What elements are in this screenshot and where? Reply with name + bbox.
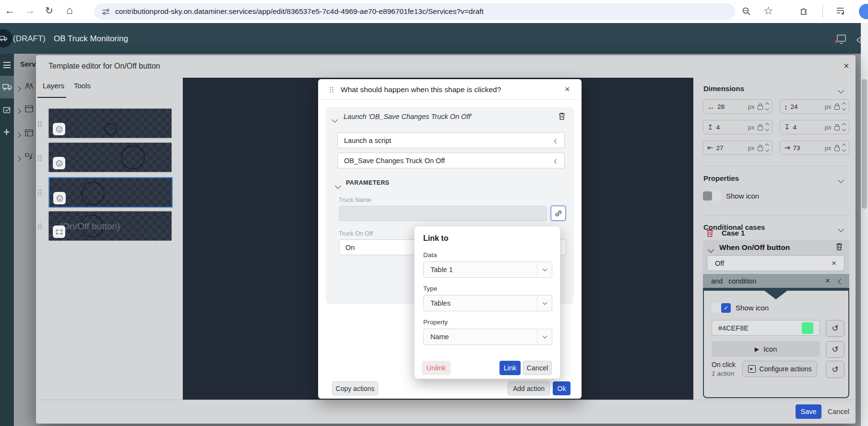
layer-row[interactable] <box>48 108 172 138</box>
color-value[interactable]: #4CEF8E <box>718 324 749 332</box>
dimension-field-offset-left[interactable]: ⇤ 27 px <box>703 141 773 155</box>
dimension-field-height[interactable]: ↕ 24 px <box>780 99 849 114</box>
automation-script-icon[interactable] <box>25 153 34 161</box>
rail-item-tasks[interactable] <box>3 106 12 115</box>
reset-icon-button[interactable]: ↺ <box>826 341 844 358</box>
forward-icon[interactable]: → <box>25 5 35 16</box>
ok-button[interactable]: Ok <box>553 381 571 395</box>
dialog-drag-handle[interactable] <box>329 86 334 93</box>
tab-tools[interactable]: Tools <box>74 82 91 90</box>
dimension-value[interactable]: 27 <box>716 144 725 152</box>
drag-handle[interactable] <box>37 120 42 127</box>
dimension-value[interactable]: 73 <box>793 144 802 152</box>
group-collapse[interactable] <box>333 115 337 124</box>
page-scrollbar[interactable] <box>861 23 868 426</box>
people-group-icon[interactable] <box>24 83 34 90</box>
table-icon[interactable] <box>25 129 33 137</box>
save-button[interactable]: Save <box>796 404 821 419</box>
reset-actions-button[interactable]: ↺ <box>826 361 844 378</box>
dialog-close-icon[interactable]: × <box>565 84 570 95</box>
sidebar-row-expander[interactable] <box>16 106 20 115</box>
param-truck-name-input[interactable] <box>339 206 547 221</box>
dimension-value[interactable]: 4 <box>793 124 802 131</box>
tab-layers[interactable]: Layers <box>43 82 64 90</box>
layer-row-selected[interactable] <box>48 177 173 208</box>
lock-icon[interactable] <box>834 106 840 110</box>
drag-handle[interactable] <box>37 154 42 161</box>
reading-list-icon[interactable] <box>836 7 845 16</box>
collapse-left-icon[interactable] <box>839 277 843 285</box>
script-name-dropdown[interactable]: OB_Save Changes Truck On Off <box>337 153 565 168</box>
drag-handle[interactable] <box>37 189 42 196</box>
properties-collapse[interactable] <box>839 176 843 184</box>
dialog-header[interactable]: What should happen when this shape is cl… <box>318 79 582 100</box>
icon-color-input[interactable]: #4CEF8E <box>712 320 820 336</box>
zoom-icon[interactable] <box>742 7 751 16</box>
show-icon-toggle-off[interactable] <box>703 191 721 201</box>
stepper[interactable] <box>843 103 845 110</box>
rail-item-add[interactable]: + <box>3 126 10 139</box>
site-info-icon[interactable] <box>102 8 110 16</box>
reset-color-button[interactable]: ↺ <box>826 320 844 337</box>
cancel-button[interactable]: Cancel <box>824 404 853 419</box>
delete-action-icon[interactable] <box>559 112 565 120</box>
remove-condition-icon[interactable]: × <box>825 276 830 286</box>
url-text[interactable]: contributionprod-sky.on.dataminer.servic… <box>115 7 484 16</box>
dimensions-collapse[interactable] <box>839 86 843 95</box>
share-screen-icon[interactable] <box>836 35 847 44</box>
delete-condition-icon[interactable] <box>836 243 843 250</box>
sidebar-row-expander[interactable] <box>16 84 20 93</box>
layer-row-text[interactable]: {On/Off button} <box>48 211 172 241</box>
sidebar-row-expander[interactable] <box>16 154 20 163</box>
layer-row[interactable] <box>48 142 172 172</box>
dimension-field-offset-right[interactable]: ⇥ 73 px <box>780 141 849 155</box>
back-icon[interactable]: ← <box>5 5 15 16</box>
dimension-value[interactable]: 28 <box>717 103 726 110</box>
show-icon-toggle-on[interactable]: ✓ <box>712 303 731 313</box>
lock-icon[interactable] <box>834 147 840 151</box>
configure-actions-button[interactable]: ▶ Configure actions <box>742 361 817 377</box>
extensions-icon[interactable] <box>799 6 809 16</box>
bookmark-star-icon[interactable]: ☆ <box>763 4 773 17</box>
copy-actions-button[interactable]: Copy actions <box>332 381 378 395</box>
drag-handle[interactable] <box>37 223 42 230</box>
sidebar-row-expander[interactable] <box>16 130 20 139</box>
stepper[interactable] <box>843 144 845 151</box>
scrollbar-thumb[interactable] <box>862 79 867 209</box>
lock-icon[interactable] <box>758 106 763 110</box>
dimension-field-width[interactable]: ↔ 28 px <box>703 99 773 114</box>
dimension-field-margin-top[interactable]: ↥ 4 px <box>703 120 773 134</box>
clear-icon[interactable]: × <box>832 259 836 268</box>
link-button[interactable]: Link <box>499 361 521 375</box>
link-parameter-button[interactable] <box>551 206 566 221</box>
and-condition-bar[interactable]: and condition × <box>703 274 849 289</box>
home-icon[interactable]: ⌂ <box>66 4 73 17</box>
add-action-button[interactable]: Add action <box>508 381 550 395</box>
dimension-value[interactable]: 24 <box>791 103 799 110</box>
data-select[interactable]: Table 1 <box>423 261 552 278</box>
lock-icon[interactable] <box>758 147 763 151</box>
when-collapse[interactable] <box>709 245 713 254</box>
action-type-dropdown[interactable]: Launch a script <box>337 132 565 148</box>
condition-value[interactable]: Off <box>715 260 724 267</box>
stepper[interactable] <box>766 124 769 130</box>
panel-icon[interactable] <box>25 105 33 113</box>
popup-cancel-button[interactable]: Cancel <box>523 361 552 375</box>
type-select[interactable]: Tables <box>423 295 552 311</box>
color-swatch[interactable] <box>802 322 813 334</box>
lock-icon[interactable] <box>834 126 840 130</box>
menu-hamburger-icon[interactable] <box>3 62 11 68</box>
delete-case-icon[interactable] <box>706 229 713 237</box>
dimension-field-margin-bottom[interactable]: ↧ 4 px <box>780 120 849 134</box>
stepper[interactable] <box>766 144 769 151</box>
modal-close-icon[interactable]: × <box>844 60 849 71</box>
lock-icon[interactable] <box>758 126 763 130</box>
stepper[interactable] <box>843 124 845 130</box>
dimension-value[interactable]: 4 <box>716 124 725 131</box>
icon-picker-button[interactable]: ▶ Icon <box>712 341 820 357</box>
parameters-collapse[interactable] <box>336 181 340 190</box>
conditional-collapse[interactable] <box>839 225 843 233</box>
rail-item-trucks[interactable] <box>0 76 14 98</box>
condition-value-input[interactable]: Off × <box>707 255 844 271</box>
property-select[interactable]: Name <box>423 329 552 345</box>
